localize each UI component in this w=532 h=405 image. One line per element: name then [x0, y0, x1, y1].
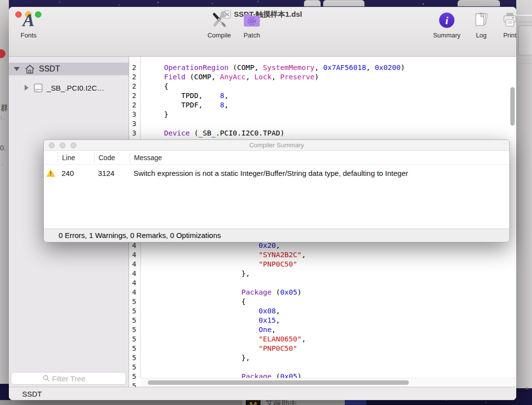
warning-code: 3124 — [94, 169, 130, 177]
summary-button[interactable]: i Summary — [429, 10, 465, 39]
code-line: 3 } — [129, 110, 516, 119]
background-text: 0. — [0, 144, 6, 152]
line-number: 5 — [129, 306, 141, 316]
window-chrome: SSDT-触摸样本1.dsl A Fonts Compile — [9, 7, 516, 57]
code-line: 4 Package (0x05) — [129, 288, 516, 297]
fonts-icon: A — [23, 10, 34, 30]
code-line: 5 "PNP0C50" — [129, 344, 516, 353]
background-text: I.. — [0, 115, 5, 121]
code-line: 4 — [129, 278, 516, 288]
background-window-bottom — [0, 400, 242, 405]
code-line: 2 Field (COMP, AnyAcc, Lock, Preserve) — [129, 72, 516, 82]
line-column-header[interactable]: Line — [58, 153, 94, 163]
tree-item-sb-pci0-i2c[interactable]: _SB_.PCI0.I2C… — [9, 81, 129, 94]
line-number: 5 — [129, 316, 141, 325]
line-number: 5 — [129, 297, 141, 306]
patch-button[interactable]: Patch — [237, 10, 266, 39]
print-label: Print — [498, 32, 522, 39]
code-line: 4 "PNP0C50" — [129, 260, 516, 269]
device-icon — [33, 83, 43, 93]
dialog-title: Compiler Summary — [44, 141, 509, 149]
patch-folder-icon — [242, 12, 261, 28]
line-number: 5 — [129, 381, 141, 387]
log-label: Log — [470, 32, 493, 39]
message-column-header[interactable]: Message — [130, 153, 509, 163]
line-number: 2 — [129, 72, 141, 82]
background-text: . — [1, 159, 3, 167]
line-number: 2 — [129, 91, 141, 101]
background-window-right: ✕ — [516, 0, 532, 388]
background-window-fragment — [304, 0, 321, 6]
line-number: 4 — [129, 269, 141, 278]
disclosure-closed-icon[interactable] — [25, 85, 29, 91]
dialog-titlebar[interactable]: Compiler Summary — [44, 140, 509, 151]
tree-item-ssdt[interactable]: SSDT — [9, 63, 129, 75]
code-line: 4 }, — [129, 269, 516, 278]
line-number: 5 — [129, 344, 141, 353]
log-pages-icon — [472, 12, 491, 29]
code-line: 5 }, — [129, 353, 516, 363]
line-number: 2 — [129, 82, 141, 91]
info-icon: i — [438, 12, 455, 29]
line-number: 4 — [129, 278, 141, 288]
line-number: 3 — [129, 129, 141, 138]
filter-tree-field[interactable] — [11, 372, 126, 385]
line-number: 4 — [129, 288, 141, 297]
horizontal-scrollbar[interactable] — [141, 378, 516, 387]
code-line: 5 — [129, 363, 516, 372]
line-number: 3 — [129, 110, 141, 119]
home-icon — [25, 65, 35, 74]
summary-label: Summary — [429, 32, 465, 39]
code-line: 2 TPDD, 8, — [129, 91, 516, 101]
line-number: 4 — [129, 250, 141, 260]
fonts-button[interactable]: A Fonts — [13, 10, 44, 39]
code-column-header[interactable]: Code — [94, 153, 130, 163]
warning-message: Switch expression is not a static Intege… — [130, 169, 509, 177]
code-line: 2 OperationRegion (COMP, SystemMemory, 0… — [129, 63, 516, 72]
background-speck: ✕ — [525, 386, 529, 391]
line-number: 4 — [129, 260, 141, 269]
svg-text:i: i — [445, 14, 449, 27]
line-number: 2 — [129, 101, 141, 110]
log-button[interactable]: Log — [470, 10, 493, 39]
warning-icon: ! — [46, 169, 55, 177]
fonts-label: Fonts — [13, 32, 44, 39]
tools-icon — [210, 11, 228, 29]
code-line: 4 "SYNA2B2C", — [129, 250, 516, 260]
code-line: 5 "ELAN0650", — [129, 335, 516, 344]
line-number: 2 — [129, 63, 141, 72]
disclosure-open-icon[interactable] — [14, 67, 20, 71]
code-line: 2 { — [129, 82, 516, 91]
line-number: 5 — [129, 363, 141, 372]
code-editor-top[interactable]: 2 OperationRegion (COMP, SystemMemory, 0… — [129, 63, 516, 147]
compiler-summary-dialog: Compiler Summary Line Code Message ! 240… — [43, 139, 510, 242]
print-button[interactable]: Print — [498, 10, 522, 39]
results-table-header: Line Code Message — [44, 151, 509, 165]
patch-label: Patch — [237, 32, 266, 39]
background-button-fragment — [345, 400, 366, 405]
background-window-fragment — [458, 0, 500, 6]
code-line: 3 — [129, 119, 516, 129]
navigation-tree: SSDT _SB_.PCI0.I2C… — [9, 63, 129, 94]
notification-badge — [0, 49, 5, 58]
code-line: 5 0x15, — [129, 316, 516, 325]
warning-line-number: 240 — [58, 169, 94, 177]
code-line: 5 One, — [129, 325, 516, 335]
compile-button[interactable]: Compile — [202, 10, 236, 39]
status-text: SSDT — [22, 390, 42, 398]
filter-tree-input[interactable] — [52, 374, 95, 383]
background-window-fragment — [323, 0, 365, 6]
code-line: 5 { — [129, 297, 516, 306]
horizontal-scrollbar-thumb[interactable] — [148, 380, 409, 385]
vertical-scrollbar-thumb[interactable] — [510, 87, 515, 126]
table-row[interactable]: ! 240 3124 Switch expression is not a st… — [44, 165, 509, 181]
background-window-left: 群 I.. 0. . — [0, 0, 9, 384]
line-number: 5 — [129, 325, 141, 335]
line-number: 5 — [129, 335, 141, 344]
background-text: 群 — [0, 103, 8, 113]
tree-item-label: _SB_.PCI0.I2C… — [47, 84, 104, 92]
code-editor-bottom[interactable]: 4 0x20,4 "SYNA2B2C",4 "PNP0C50"4 },44 Pa… — [129, 241, 516, 387]
printer-icon — [500, 12, 519, 29]
compile-stats: 0 Errors, 1 Warnings, 0 Remarks, 0 Optim… — [59, 231, 221, 239]
severity-column-header[interactable] — [44, 153, 58, 163]
